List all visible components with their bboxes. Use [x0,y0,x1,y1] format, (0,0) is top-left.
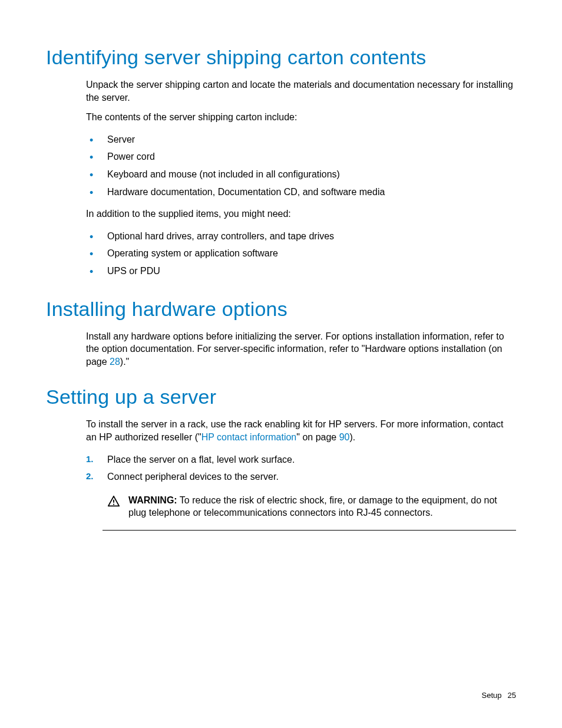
warning-icon [107,495,120,508]
footer-section: Setup [482,691,502,700]
warning-box: WARNING: To reduce the risk of electric … [103,490,516,531]
list-item: Optional hard drives, array controllers,… [86,228,516,245]
step-item: Place the server on a flat, level work s… [86,451,516,469]
section-identifying-body: Unpack the server shipping carton and lo… [86,78,516,280]
list-item: Operating system or application software [86,245,516,262]
warning-label: WARNING: [128,495,177,505]
steps-list: Place the server on a flat, level work s… [86,451,516,486]
warning-body: To reduce the risk of electric shock, fi… [128,495,497,518]
link-page-90[interactable]: 90 [339,432,350,442]
para-unpack: Unpack the server shipping carton and lo… [86,78,516,104]
list-item: Power cord [86,148,516,166]
heading-setting-up: Setting up a server [46,386,516,409]
para-install-options: Install any hardware options before init… [86,330,516,368]
heading-installing: Installing hardware options [46,298,516,321]
page-body: Identifying server shipping carton conte… [0,0,562,728]
list-item: UPS or PDU [86,262,516,280]
list-item: Hardware documentation, Documentation CD… [86,183,516,201]
text-run: )." [120,357,129,367]
footer-page-number: 25 [508,691,516,700]
link-page-28[interactable]: 28 [110,357,120,367]
para-additional-intro: In addition to the supplied items, you m… [86,207,516,220]
svg-point-1 [113,503,114,505]
link-hp-contact[interactable]: HP contact information [201,432,297,442]
warning-text: WARNING: To reduce the risk of electric … [128,494,511,519]
text-run: " on page [296,432,339,442]
list-item: Keyboard and mouse (not included in all … [86,166,516,183]
section-installing-body: Install any hardware options before init… [86,330,516,368]
text-run: Install any hardware options before init… [86,331,504,367]
page-footer: Setup25 [482,691,516,700]
heading-identifying: Identifying server shipping carton conte… [46,46,516,69]
para-rack-kit: To install the server in a rack, use the… [86,418,516,443]
section-setting-up-body: To install the server in a rack, use the… [86,418,516,531]
list-additional: Optional hard drives, array controllers,… [86,228,516,280]
text-run: ). [349,432,355,442]
list-contents: Server Power cord Keyboard and mouse (no… [86,131,516,200]
para-contents-intro: The contents of the server shipping cart… [86,111,516,124]
list-item: Server [86,131,516,149]
step-item: Connect peripheral devices to the server… [86,468,516,486]
